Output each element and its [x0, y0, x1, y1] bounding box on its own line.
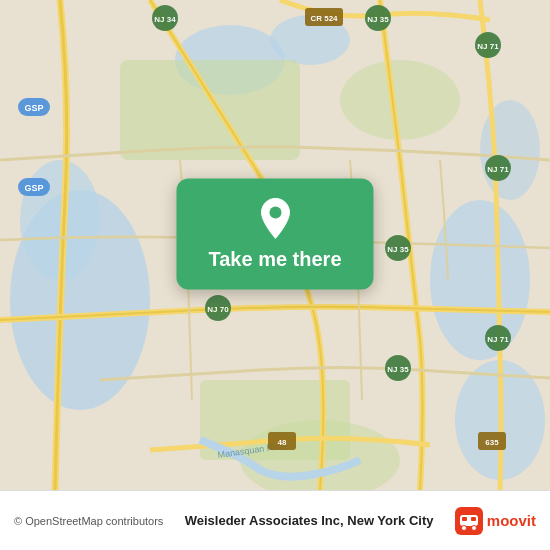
moovit-bus-icon [455, 507, 483, 535]
take-me-there-button-label: Take me there [208, 248, 341, 271]
svg-rect-8 [120, 60, 300, 160]
svg-text:NJ 71: NJ 71 [487, 335, 509, 344]
svg-point-49 [471, 525, 476, 530]
svg-point-48 [461, 525, 466, 530]
svg-text:GSP: GSP [24, 103, 43, 113]
svg-text:NJ 35: NJ 35 [387, 245, 409, 254]
moovit-logo-label: moovit [487, 512, 536, 529]
svg-text:NJ 34: NJ 34 [154, 15, 176, 24]
svg-text:GSP: GSP [24, 183, 43, 193]
svg-text:NJ 35: NJ 35 [387, 365, 409, 374]
svg-text:48: 48 [278, 438, 287, 447]
svg-point-6 [480, 100, 540, 200]
svg-text:CR 524: CR 524 [310, 14, 338, 23]
moovit-logo: moovit [455, 507, 536, 535]
location-name-label: Weisleder Associates Inc, New York City [163, 513, 454, 528]
map-container: Manasquan River GSP GSP NJ 34 CR 524 NJ … [0, 0, 550, 490]
take-me-there-card[interactable]: Take me there [176, 178, 373, 289]
osm-attribution: © OpenStreetMap contributors [14, 515, 163, 527]
svg-rect-46 [462, 517, 467, 521]
svg-rect-47 [471, 517, 476, 521]
svg-point-9 [340, 60, 460, 140]
svg-text:635: 635 [485, 438, 499, 447]
svg-text:NJ 71: NJ 71 [477, 42, 499, 51]
svg-text:NJ 70: NJ 70 [207, 305, 229, 314]
svg-text:NJ 71: NJ 71 [487, 165, 509, 174]
svg-text:NJ 35: NJ 35 [367, 15, 389, 24]
footer-bar: © OpenStreetMap contributors Weisleder A… [0, 490, 550, 550]
svg-point-43 [269, 206, 281, 218]
location-pin-icon [253, 196, 297, 240]
